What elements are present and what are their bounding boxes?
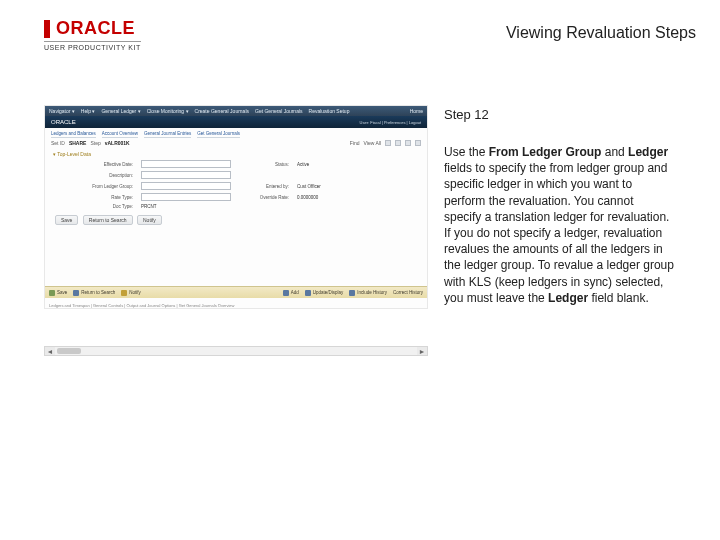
ss-brandbar: ORACLE User: Fiscal | Preferences | Logo… bbox=[45, 116, 427, 128]
ss-nav-item[interactable]: Get General Journals bbox=[255, 108, 303, 114]
ss-tabs: Ledgers and Balances Account Overview Ge… bbox=[45, 128, 427, 138]
save-button[interactable]: Save bbox=[55, 215, 78, 225]
description-input[interactable] bbox=[141, 171, 231, 179]
entered-by-value: Cust Officer bbox=[297, 184, 387, 189]
ss-topbar: Navigator ▾ Help ▾ General Ledger ▾ Clos… bbox=[45, 106, 427, 116]
last-icon[interactable] bbox=[415, 140, 421, 146]
next-icon[interactable] bbox=[405, 140, 411, 146]
doc-type-value: PRCNT bbox=[141, 204, 231, 209]
ss-brand-title: ORACLE bbox=[51, 119, 76, 125]
logo-block: ORACLE USER PRODUCTIVITY KIT bbox=[44, 18, 141, 51]
status-return[interactable]: Return to Search bbox=[73, 290, 115, 296]
from-ledger-group-input[interactable] bbox=[141, 182, 231, 190]
status-add[interactable]: Add bbox=[283, 290, 299, 296]
instruction-text: Use the From Ledger Group and Ledger fie… bbox=[444, 144, 674, 306]
content-row: Navigator ▾ Help ▾ General Ledger ▾ Clos… bbox=[0, 57, 720, 309]
ss-home-link[interactable]: Home bbox=[410, 108, 423, 114]
effective-date-input[interactable] bbox=[141, 160, 231, 168]
doc-type-label: Doc Type: bbox=[73, 204, 133, 209]
ss-step-label: Step bbox=[90, 140, 100, 146]
status-correct[interactable]: Correct History bbox=[393, 290, 423, 295]
ss-nav-item[interactable]: Navigator ▾ bbox=[49, 108, 75, 114]
notify-icon bbox=[121, 290, 127, 296]
status-label: Status: bbox=[239, 162, 289, 167]
rate-type-input[interactable] bbox=[141, 193, 231, 201]
ss-tab[interactable]: General Journal Entries bbox=[144, 131, 191, 138]
history-icon bbox=[349, 290, 355, 296]
description-label: Description: bbox=[73, 173, 133, 178]
oracle-logo: ORACLE bbox=[44, 18, 141, 39]
ss-viewall-link[interactable]: View All bbox=[364, 140, 381, 146]
logo-text: ORACLE bbox=[56, 18, 135, 39]
status-notify[interactable]: Notify bbox=[121, 290, 141, 296]
prev-icon[interactable] bbox=[395, 140, 401, 146]
horizontal-scrollbar[interactable]: ◄ ► bbox=[44, 346, 428, 356]
step-label: Step 12 bbox=[444, 107, 674, 122]
ss-nav-item[interactable]: Close Monitoring ▾ bbox=[147, 108, 189, 114]
ss-footnote[interactable]: Ledgers and Timespan | General Controls … bbox=[49, 303, 234, 308]
ss-setid-label: Set ID bbox=[51, 140, 65, 146]
override-rate-value: 0.0000000 bbox=[297, 195, 387, 200]
scroll-thumb[interactable] bbox=[57, 348, 81, 354]
ss-nav-item[interactable]: Revaluation Setup bbox=[309, 108, 350, 114]
ss-toolbar: Set ID SHARE Step vALR001K Find View All bbox=[45, 138, 427, 148]
effective-date-label: Effective Date: bbox=[73, 162, 133, 167]
status-save[interactable]: Save bbox=[49, 290, 67, 296]
page-header: ORACLE USER PRODUCTIVITY KIT Viewing Rev… bbox=[0, 0, 720, 57]
from-ledger-group-label: From Ledger Group: bbox=[73, 184, 133, 189]
add-icon bbox=[283, 290, 289, 296]
rate-type-label: Rate Type: bbox=[73, 195, 133, 200]
notify-button[interactable]: Notify bbox=[137, 215, 162, 225]
status-include[interactable]: Include History bbox=[349, 290, 387, 296]
scroll-left-icon[interactable]: ◄ bbox=[45, 347, 55, 355]
logo-bar-icon bbox=[44, 20, 50, 38]
ss-form: Effective Date: Status: Active Descripti… bbox=[45, 158, 427, 213]
ss-user-links[interactable]: User: Fiscal | Preferences | Logout bbox=[360, 120, 421, 125]
status-value: Active bbox=[297, 162, 387, 167]
ss-tab[interactable]: Get General Journals bbox=[197, 131, 240, 138]
ss-statusbar: Save Return to Search Notify Add Update/… bbox=[45, 286, 427, 298]
return-icon bbox=[73, 290, 79, 296]
ss-nav-item[interactable]: General Ledger ▾ bbox=[101, 108, 140, 114]
ss-nav-item[interactable]: Help ▾ bbox=[81, 108, 96, 114]
save-icon bbox=[49, 290, 55, 296]
entered-by-label: Entered by: bbox=[239, 184, 289, 189]
status-update[interactable]: Update/Display bbox=[305, 290, 344, 296]
ss-setid-value: SHARE bbox=[69, 140, 87, 146]
instruction-panel: Step 12 Use the From Ledger Group and Le… bbox=[444, 105, 674, 309]
update-icon bbox=[305, 290, 311, 296]
scroll-right-icon[interactable]: ► bbox=[417, 347, 427, 355]
ss-nav-item[interactable]: Create General Journals bbox=[195, 108, 249, 114]
return-button[interactable]: Return to Search bbox=[83, 215, 133, 225]
ss-tab[interactable]: Ledgers and Balances bbox=[51, 131, 96, 138]
ss-find-link[interactable]: Find bbox=[350, 140, 360, 146]
ss-form-title[interactable]: ▾ Top-Level Data bbox=[45, 148, 427, 158]
override-rate-label: Override Rate: bbox=[239, 195, 289, 200]
first-icon[interactable] bbox=[385, 140, 391, 146]
page-title: Viewing Revaluation Steps bbox=[506, 24, 696, 42]
ss-tab[interactable]: Account Overview bbox=[102, 131, 138, 138]
ss-step-value: vALR001K bbox=[105, 140, 130, 146]
app-screenshot: Navigator ▾ Help ▾ General Ledger ▾ Clos… bbox=[44, 105, 428, 309]
ss-form-buttons: Save Return to Search Notify bbox=[45, 213, 427, 227]
logo-subtitle: USER PRODUCTIVITY KIT bbox=[44, 41, 141, 51]
